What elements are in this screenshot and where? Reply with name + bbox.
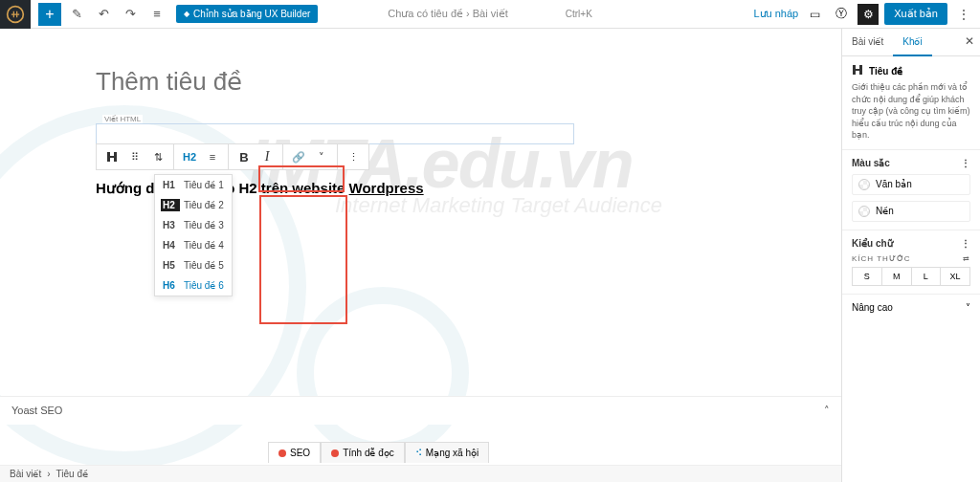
heading-option-h4[interactable]: H4Tiêu đề 4 xyxy=(155,235,232,255)
advanced-label: Nâng cao xyxy=(852,302,893,313)
link-button[interactable]: 🔗 xyxy=(287,145,310,168)
heading-option-h1[interactable]: H1Tiêu đề 1 xyxy=(155,175,232,195)
doc-shortcut: Ctrl+K xyxy=(566,9,592,19)
size-label: KÍCH THƯỚC xyxy=(852,254,911,263)
ux-builder-button[interactable]: Chỉnh sửa bằng UX Builder xyxy=(176,5,318,23)
bold-button[interactable]: B xyxy=(233,145,256,168)
background-color-button[interactable]: Nền xyxy=(852,201,970,222)
block-breadcrumb: Bài viết › Tiêu đề xyxy=(0,465,841,482)
heading-option-h3[interactable]: H3Tiêu đề 3 xyxy=(155,215,232,235)
section-options-icon[interactable]: ⋮ xyxy=(961,238,970,249)
block-toolbar: ⠿ ⇅ H2 ≡ B I 🔗 ˅ ⋮ xyxy=(96,143,369,170)
editor-topbar: + ✎ ↶ ↷ ≡ Chỉnh sửa bằng UX Builder Chưa… xyxy=(0,0,980,29)
heading-text-link: Wordpress xyxy=(349,180,424,196)
font-size-picker: S M L XL xyxy=(852,267,970,286)
save-draft-link[interactable]: Lưu nháp xyxy=(753,8,798,20)
settings-panel-toggle[interactable]: ⚙ xyxy=(858,4,879,25)
size-settings-icon[interactable]: ⇄ xyxy=(963,254,970,263)
heading-option-h6[interactable]: H6Tiêu đề 6 xyxy=(155,275,232,296)
html-block-outline[interactable]: Viết HTML xyxy=(96,123,574,144)
undo-button[interactable]: ↶ xyxy=(92,3,115,26)
heading-level-button[interactable]: H2 xyxy=(178,145,201,168)
yoast-tab-seo[interactable]: SEO xyxy=(268,442,321,463)
text-color-button[interactable]: Văn bản xyxy=(852,174,970,195)
yoast-tab-social[interactable]: ⠪Mạng xã hội xyxy=(405,442,489,463)
section-options-icon[interactable]: ⋮ xyxy=(961,158,970,168)
size-l[interactable]: L xyxy=(912,268,942,285)
site-logo-icon xyxy=(6,5,25,24)
align-button[interactable]: ≡ xyxy=(201,145,224,168)
heading-option-h5[interactable]: H5Tiêu đề 5 xyxy=(155,255,232,275)
breadcrumb-separator: › xyxy=(47,469,50,479)
size-m[interactable]: M xyxy=(882,268,912,285)
section-heading: Màu sắc xyxy=(852,158,890,168)
more-options-icon[interactable]: ⋮ xyxy=(953,7,974,22)
heading-text-part: o H2 trên website xyxy=(226,180,348,196)
details-button[interactable]: ≡ xyxy=(145,3,168,26)
typography-section: Kiểu chữ⋮ KÍCH THƯỚC⇄ S M L XL xyxy=(842,230,980,295)
block-type-label: Viết HTML xyxy=(102,115,143,123)
yoast-tabs: SEO Tính dễ đọc ⠪Mạng xã hội xyxy=(268,442,489,463)
wp-logo[interactable] xyxy=(0,0,31,29)
italic-button[interactable]: I xyxy=(256,145,278,168)
yoast-metabox-header[interactable]: Yoast SEO˄ xyxy=(0,396,841,425)
breadcrumb-item[interactable]: Tiêu đề xyxy=(56,469,88,479)
breadcrumb-item[interactable]: Bài viết xyxy=(10,469,41,479)
sidebar-tabs: Bài viết Khối ✕ xyxy=(842,29,980,56)
heading-text-part: Hướng d xyxy=(96,180,155,196)
edit-tool-icon[interactable]: ✎ xyxy=(65,3,88,26)
block-area: Viết HTML ⠿ ⇅ H2 ≡ B I 🔗 ˅ xyxy=(96,123,746,197)
settings-sidebar: Bài viết Khối ✕ Tiêu đề Giới thiệu các p… xyxy=(841,29,980,482)
size-xl[interactable]: XL xyxy=(941,268,969,285)
color-section: Màu sắc⋮ Văn bản Nền xyxy=(842,150,980,230)
section-heading: Kiểu chữ xyxy=(852,238,893,249)
redo-button[interactable]: ↷ xyxy=(119,3,142,26)
svg-rect-3 xyxy=(107,156,117,158)
move-arrows-icon[interactable]: ⇅ xyxy=(146,145,169,168)
add-block-button[interactable]: + xyxy=(38,3,61,26)
heading-option-h2[interactable]: H2Tiêu đề 2 xyxy=(155,195,232,215)
editor-content: Viết HTML ⠿ ⇅ H2 ≡ B I 🔗 ˅ xyxy=(0,29,841,197)
post-title-input[interactable] xyxy=(96,67,746,97)
heading-block-icon[interactable] xyxy=(100,145,123,168)
topbar-right: Lưu nháp ▭ Ⓨ ⚙ Xuất bản ⋮ xyxy=(753,3,974,25)
size-s[interactable]: S xyxy=(853,268,882,285)
annotation-box xyxy=(259,195,347,324)
drag-handle-icon[interactable]: ⠿ xyxy=(123,145,146,168)
advanced-panel-toggle[interactable]: Nâng cao ˅ xyxy=(842,295,980,320)
chevron-down-icon: ˅ xyxy=(966,302,970,313)
color-swatch-icon xyxy=(858,206,870,217)
doc-title-text: Chưa có tiêu đề › Bài viết xyxy=(388,8,508,20)
block-info-section: Tiêu đề Giới thiệu các phần mới và tổ ch… xyxy=(842,56,980,150)
more-rich-text-icon[interactable]: ˅ xyxy=(310,145,333,168)
block-description: Giới thiệu các phần mới và tổ chức nội d… xyxy=(852,81,970,142)
sidebar-tab-block[interactable]: Khối xyxy=(893,29,931,56)
yoast-icon[interactable]: Ⓨ xyxy=(831,4,852,25)
svg-rect-6 xyxy=(853,69,862,71)
document-title[interactable]: Chưa có tiêu đề › Bài viết Ctrl+K xyxy=(388,8,592,20)
color-swatch-icon xyxy=(858,179,870,190)
block-title: Tiêu đề xyxy=(869,66,902,77)
preview-icon[interactable]: ▭ xyxy=(804,4,825,25)
heading-block-icon xyxy=(852,64,863,77)
yoast-tab-readability[interactable]: Tính dễ đọc xyxy=(321,442,405,463)
publish-button[interactable]: Xuất bản xyxy=(884,3,947,25)
block-options-icon[interactable]: ⋮ xyxy=(342,145,365,168)
sidebar-close-icon[interactable]: ✕ xyxy=(965,34,974,48)
heading-level-dropdown: H1Tiêu đề 1 H2Tiêu đề 2 H3Tiêu đề 3 H4Ti… xyxy=(154,174,233,296)
sidebar-tab-post[interactable]: Bài viết xyxy=(842,29,893,55)
